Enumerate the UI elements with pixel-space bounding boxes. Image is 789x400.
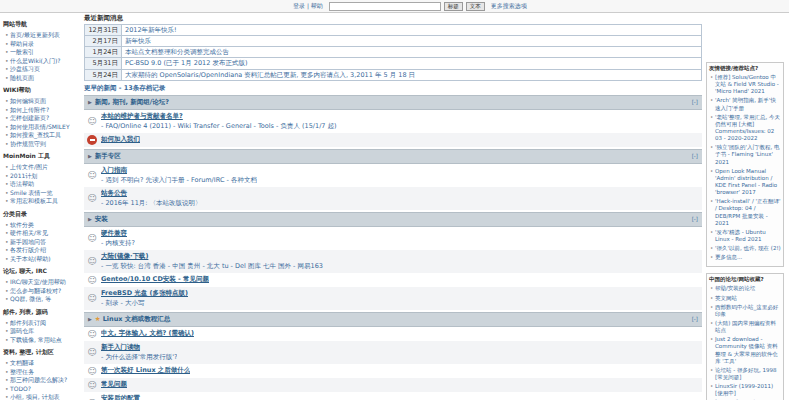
- topic-title-link[interactable]: 中文, 字体输入, 文档? (需确认): [101, 329, 194, 338]
- sidebar-link[interactable]: 那三种问题怎么解决?: [3, 376, 82, 384]
- external-link[interactable]: '发布'精选 - Ubuntu Linux - Red 2021: [709, 229, 781, 243]
- collapse-arrow-icon[interactable]: [88, 215, 95, 223]
- sidebar-link[interactable]: 各发行版介绍: [3, 246, 82, 254]
- collapse-toggle-link[interactable]: [-]: [692, 99, 698, 105]
- topic-title-link[interactable]: 硬件兼容: [101, 229, 135, 238]
- section-header-bar[interactable]: Linux 文档或教程汇总 [-]: [84, 312, 702, 327]
- sidebar-link[interactable]: IRC/聊天室/使用帮助: [3, 278, 82, 286]
- topic-sublinks[interactable]: - FAQ/Online 4 (2011) - Wiki Transfer - …: [101, 122, 337, 131]
- sidebar-link[interactable]: Smile 表情一览: [3, 189, 82, 197]
- external-link[interactable]: 西部数码中小站_这里必好印象: [709, 304, 781, 318]
- topic-title-link[interactable]: 入门指南: [101, 166, 257, 175]
- sidebar-link[interactable]: 随机页面: [3, 74, 82, 82]
- topic-title-link[interactable]: 大陆(镜像·下载): [101, 252, 323, 261]
- sidebar-link[interactable]: QQ群, 微信, 等: [3, 295, 82, 303]
- external-link[interactable]: Open Look Manual 'Admin' distribution / …: [709, 168, 781, 197]
- external-link[interactable]: '独立'团队的'入门'教程, 电子书 - Flaming 'Linux' 202…: [709, 144, 781, 165]
- topic-title-link[interactable]: 第一次装好 Linux 之后做什么: [101, 366, 190, 375]
- topic-sublinks[interactable]: - 2016年 11月: 〈本站改版说明〉: [101, 199, 202, 208]
- external-link[interactable]: 'Hack-install' / '正在翻译' / Desktop: 04 / …: [709, 198, 781, 227]
- news-text-link[interactable]: 大家期待的 OpenSolaris/OpenIndiana 资料汇总帖已更新, …: [122, 69, 702, 80]
- sidebar-link[interactable]: 新手园地问答: [3, 238, 82, 246]
- external-link[interactable]: 论坛站 - 很多好玩, 1998 [常见问题]: [709, 367, 781, 381]
- sidebar-link[interactable]: 关于本站(帮助): [3, 255, 82, 263]
- section-title[interactable]: 安装: [95, 215, 108, 224]
- external-link[interactable]: LinuxSir (1999-2011) [使用中]: [709, 383, 781, 397]
- search-titles-button[interactable]: 标题: [444, 2, 463, 11]
- sidebar-link[interactable]: 下载镜像, 常用站点: [3, 336, 82, 344]
- sidebar-link[interactable]: 源码仓库: [3, 327, 82, 335]
- external-link[interactable]: '老站'整理, 常用汇总, 今天仍然可用 [大概] Comments/Issue…: [709, 114, 781, 143]
- more-search-options-link[interactable]: 更多搜索选项: [491, 2, 527, 11]
- sidebar-section-heading: WIKI帮助: [3, 86, 82, 95]
- topic-sublinks[interactable]: - 为什么选择'常用发行版'?: [101, 353, 177, 362]
- section-title[interactable]: 新闻, 期刊, 新闻组/论坛?: [95, 98, 169, 107]
- collapse-arrow-icon[interactable]: [88, 315, 95, 323]
- topic-title-link[interactable]: Gentoo/10.10 CD安装 - 常见问题: [101, 275, 209, 284]
- sidebar-link[interactable]: 如何上传附件?: [3, 106, 82, 114]
- sidebar-link[interactable]: 2011计划: [3, 172, 82, 180]
- sidebar-link[interactable]: 一般索引: [3, 48, 82, 56]
- sidebar-link[interactable]: 协作规范守则: [3, 140, 82, 148]
- collapse-toggle-link[interactable]: [-]: [692, 316, 698, 322]
- sidebar-link[interactable]: 首页/最近更新列表: [3, 31, 82, 39]
- topic-title-link[interactable]: 常见问题: [101, 380, 127, 389]
- sidebar-link[interactable]: 整理任务: [3, 368, 82, 376]
- topic-sublinks[interactable]: - 一览 较快: 台湾 香港 - 中国 贵州 - 北大 tu - Del 图库 …: [101, 262, 323, 271]
- topic-title-link[interactable]: 安装后的配置: [101, 394, 240, 400]
- sidebar-link[interactable]: TODO?: [3, 385, 82, 393]
- news-row: 12月31日 2012年新年快乐!: [85, 25, 702, 36]
- sidebar-link[interactable]: 如何使用表情/SMILEY: [3, 123, 82, 131]
- sidebar-link[interactable]: 如何搜索_查找工具: [3, 131, 82, 139]
- topic-sublinks[interactable]: - 遇到 不明白? 先读入门手册 - Forum/IRC - 各种文档: [101, 176, 257, 185]
- external-link[interactable]: '很久'以前, 也许, 现在 (2!): [709, 245, 781, 252]
- collapse-toggle-link[interactable]: [-]: [692, 153, 698, 159]
- section-title[interactable]: 新手专区: [95, 152, 121, 161]
- section-header-bar[interactable]: 新手专区 [-]: [84, 149, 702, 164]
- news-text-link[interactable]: PC-BSD 9.0 (已于 1月 2012 发布正式版): [122, 58, 702, 69]
- search-input[interactable]: [329, 2, 441, 11]
- search-text-button[interactable]: 文本: [466, 2, 485, 11]
- sidebar-link[interactable]: 上传文件/图片: [3, 163, 82, 171]
- sidebar-link[interactable]: 文档翻译: [3, 359, 82, 367]
- external-link[interactable]: [推荐] Solus/Gentoo 中文站 & Field VR Studio …: [709, 74, 781, 95]
- news-text-link[interactable]: 新年快乐: [122, 36, 702, 47]
- sidebar-link[interactable]: 硬件相关/常见: [3, 229, 82, 237]
- sidebar-link[interactable]: 沙盘练习页: [3, 65, 82, 73]
- account-links[interactable]: 登录 | 帮助: [293, 2, 323, 11]
- topic-sublinks[interactable]: - 内核支持?: [101, 239, 135, 248]
- external-link[interactable]: 更多信息...: [709, 254, 781, 261]
- sidebar-link[interactable]: 怎么参与翻译校对?: [3, 287, 82, 295]
- sidebar-link[interactable]: 常用宏和模板工具: [3, 197, 82, 205]
- topic-title-link[interactable]: 新手入门读物: [101, 343, 177, 352]
- news-archive-link[interactable]: 更早的新闻 - 13条存档记录: [84, 84, 702, 93]
- collapse-toggle-link[interactable]: [-]: [692, 216, 698, 222]
- sidebar-link[interactable]: 软件分类: [3, 221, 82, 229]
- link-box-list: 帮助/安装的论坛 英文网站 西部数码中小站_这里必好印象 (大陆) 国内常用编程…: [709, 285, 781, 400]
- news-text-link[interactable]: 2012年新年快乐!: [122, 25, 702, 36]
- topic-title-link[interactable]: 本站的维护者与贡献者名单?: [101, 112, 337, 121]
- sidebar-link[interactable]: 什么是Wiki(入门)?: [3, 57, 82, 65]
- sidebar-link[interactable]: 语法帮助: [3, 180, 82, 188]
- section-header-bar[interactable]: 安装 [-]: [84, 212, 702, 227]
- topic-title-link[interactable]: FreeBSD 光盘 (多张特点版): [101, 289, 188, 298]
- external-link[interactable]: 帮助/安装的论坛: [709, 285, 781, 292]
- external-link[interactable]: 英文网站: [709, 295, 781, 302]
- topic-title-link[interactable]: 站务公告: [101, 189, 202, 198]
- topic-title-link[interactable]: 如何加入我们: [101, 135, 140, 144]
- collapse-arrow-icon[interactable]: [88, 152, 95, 160]
- sidebar-link[interactable]: 帮助目录: [3, 40, 82, 48]
- sidebar-link[interactable]: 怎样创建新页?: [3, 114, 82, 122]
- external-link[interactable]: (大陆) 国内常用编程资料站点: [709, 320, 781, 334]
- section-header-bar[interactable]: 新闻, 期刊, 新闻组/论坛? [-]: [84, 95, 702, 110]
- sidebar-link[interactable]: 邮件列表订阅: [3, 319, 82, 327]
- collapse-arrow-icon[interactable]: [88, 98, 95, 106]
- sidebar-link[interactable]: 小组, 项目, 计划表: [3, 393, 82, 400]
- section-title[interactable]: Linux 文档或教程汇总: [103, 315, 171, 324]
- topic-sublinks[interactable]: - 刻录 - 大小写: [101, 299, 188, 308]
- external-link[interactable]: 'Arch' 简明指南, 新手'快速入门'手册: [709, 97, 781, 111]
- external-link[interactable]: Just 2 download - Community 镜像站 资料整理 & 大…: [709, 336, 781, 365]
- topic-row: 安装后的配置 - C++ 输入法配置 - 多媒体解码, (初学者必读)?: [84, 392, 702, 400]
- news-text-link[interactable]: 本站点文档整理和分类调整完成公告: [122, 47, 702, 58]
- sidebar-link[interactable]: 如何编辑页面: [3, 97, 82, 105]
